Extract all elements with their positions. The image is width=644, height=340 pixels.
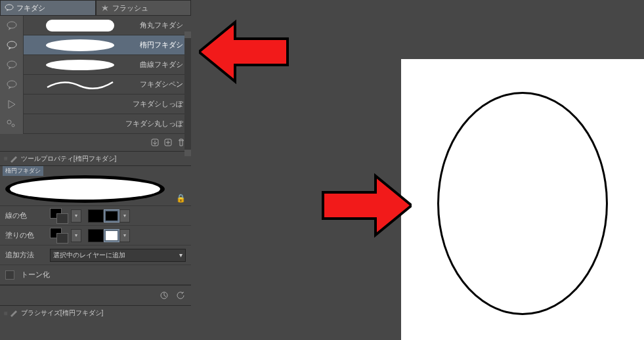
- subtool-label: フキダシペン: [136, 79, 186, 89]
- fill-color-options-dropdown[interactable]: ▾: [119, 229, 130, 242]
- subtool-list: 角丸フキダシ 楕円フキダシ 曲線フキダシ フキダシペン フキダシしっぽ フキダシ…: [0, 16, 191, 134]
- lock-icon[interactable]: 🔒: [176, 194, 186, 203]
- curve-preview: [44, 77, 116, 93]
- svg-point-7: [7, 81, 16, 87]
- svg-point-9: [12, 124, 14, 127]
- svg-point-3: [7, 41, 16, 48]
- settings-button[interactable]: [174, 289, 186, 301]
- drawn-ellipse: [437, 92, 608, 315]
- tool-property-title: ツールプロパティ[楕円フキダシ]: [21, 154, 117, 163]
- add-method-label: 追加方法: [5, 250, 46, 260]
- subtool-label: フキダシ丸しっぽ: [121, 119, 186, 129]
- speech-bubble-icon: [6, 79, 18, 90]
- add-method-select[interactable]: 選択中のレイヤーに追加 ▾: [50, 249, 186, 262]
- svg-point-1: [7, 22, 16, 28]
- import-subtool-button[interactable]: [149, 137, 161, 148]
- canvas[interactable]: [401, 59, 644, 340]
- canvas-area: [191, 0, 644, 340]
- balloon-preview: [44, 37, 116, 53]
- svg-rect-2: [46, 20, 114, 32]
- tail-icon: [6, 99, 18, 110]
- tool-property-header: ≡ ツールプロパティ[楕円フキダシ]: [0, 152, 191, 166]
- flash-icon: [100, 4, 110, 12]
- tone-label: トーン化: [21, 270, 50, 280]
- grip-icon[interactable]: ≡: [4, 310, 7, 317]
- tab-flash[interactable]: フラッシュ: [96, 0, 192, 15]
- subtool-rounded-balloon[interactable]: 角丸フキダシ: [0, 16, 191, 35]
- round-tail-icon: [6, 119, 18, 129]
- subtool-balloon-tail[interactable]: フキダシしっぽ: [0, 95, 191, 114]
- preset-tab-label: 楕円フキダシ: [3, 166, 43, 176]
- reset-button[interactable]: [158, 289, 170, 301]
- tab-label: フキダシ: [16, 3, 45, 13]
- speech-bubble-icon: [5, 4, 14, 12]
- fill-color-dropdown[interactable]: ▾: [71, 229, 81, 242]
- preset-preview[interactable]: 楕円フキダシ 🔒: [0, 166, 191, 206]
- preset-shape: [5, 175, 165, 203]
- subtool-scrollbar[interactable]: [184, 32, 191, 156]
- balloon-preview: [44, 18, 116, 33]
- fill-color-current[interactable]: [50, 228, 68, 244]
- annotation-arrow-right: [320, 169, 412, 242]
- subtool-label: 曲線フキダシ: [136, 60, 186, 70]
- svg-point-6: [46, 60, 114, 70]
- subtool-ellipse-balloon[interactable]: 楕円フキダシ: [0, 35, 191, 55]
- brush-size-header: ≡ ブラシサイズ[楕円フキダシ]: [0, 306, 191, 320]
- svg-point-8: [7, 120, 11, 124]
- chevron-down-icon: ▾: [179, 251, 182, 259]
- fill-color-opt-2[interactable]: [104, 229, 119, 242]
- subtool-label: フキダシしっぽ: [129, 99, 186, 109]
- fill-color-opt-1[interactable]: [88, 229, 104, 242]
- line-color-dropdown[interactable]: ▾: [71, 209, 81, 223]
- svg-point-0: [5, 5, 13, 10]
- subtool-label: 楕円フキダシ: [136, 40, 186, 50]
- add-method-value: 選択中のレイヤーに追加: [53, 251, 125, 260]
- brush-size-title: ブラシサイズ[楕円フキダシ]: [21, 308, 104, 318]
- speech-bubble-icon: [6, 20, 18, 31]
- tab-label: フラッシュ: [112, 3, 148, 13]
- balloon-preview: [44, 57, 116, 73]
- line-color-options-dropdown[interactable]: ▾: [119, 209, 130, 223]
- tone-checkbox[interactable]: [5, 270, 14, 280]
- grip-icon[interactable]: ≡: [4, 155, 7, 162]
- add-subtool-button[interactable]: [162, 137, 174, 148]
- subtool-label: 角丸フキダシ: [136, 20, 186, 30]
- line-color-label: 線の色: [5, 211, 46, 221]
- annotation-arrow-left: [199, 16, 291, 88]
- fill-color-label: 塗りの色: [5, 230, 46, 240]
- speech-bubble-icon: [6, 40, 18, 51]
- subtool-balloon-pen[interactable]: フキダシペン: [0, 75, 191, 95]
- line-color-opt-2[interactable]: [104, 209, 119, 223]
- svg-point-4: [46, 39, 114, 51]
- brush-icon: [9, 309, 18, 317]
- line-color-current[interactable]: [50, 208, 68, 224]
- subtool-balloon-round-tail[interactable]: フキダシ丸しっぽ: [0, 114, 191, 134]
- tab-balloon[interactable]: フキダシ: [0, 0, 96, 15]
- line-color-opt-1[interactable]: [88, 209, 104, 223]
- subtool-curve-balloon[interactable]: 曲線フキダシ: [0, 55, 191, 75]
- speech-bubble-icon: [6, 60, 18, 70]
- brush-icon: [9, 155, 18, 163]
- svg-point-5: [7, 61, 16, 68]
